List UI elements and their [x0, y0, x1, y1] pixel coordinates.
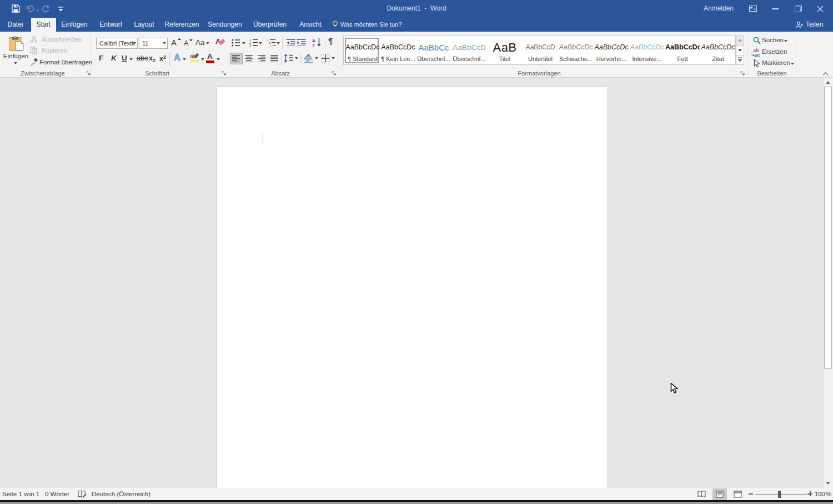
svg-text:ac: ac — [754, 52, 760, 57]
svg-text:i: i — [270, 44, 271, 47]
svg-text:Z: Z — [312, 43, 315, 48]
svg-text:3: 3 — [249, 44, 251, 47]
svg-text:A: A — [312, 38, 315, 43]
